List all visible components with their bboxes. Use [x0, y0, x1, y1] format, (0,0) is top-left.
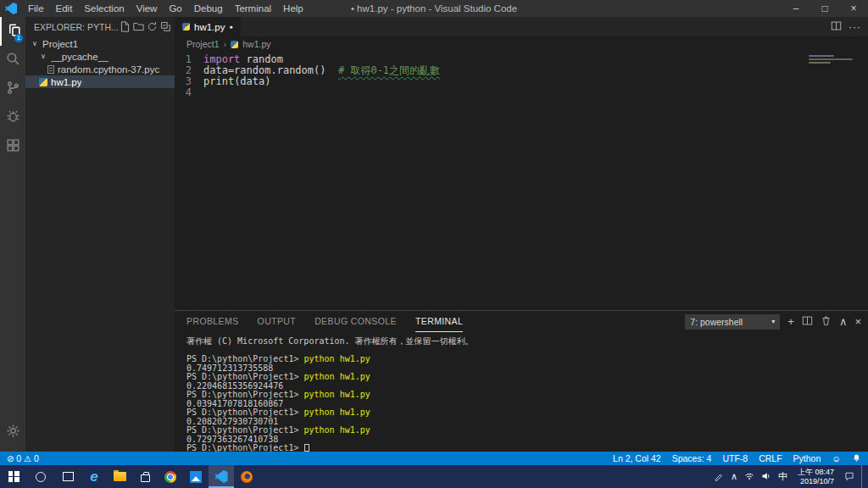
status-eol[interactable]: CRLF	[759, 453, 782, 463]
menu-file[interactable]: File	[22, 0, 50, 17]
task-view-button[interactable]	[54, 465, 81, 488]
vscode-taskbar-button[interactable]	[209, 465, 234, 488]
terminal-line: PS D:\python\Project1> python hw1.py	[186, 355, 868, 364]
close-panel-icon[interactable]: ×	[854, 316, 861, 327]
collapse-all-icon[interactable]	[160, 21, 171, 34]
panel-tab-debug-console[interactable]: DEBUG CONSOLE	[314, 312, 397, 332]
status-cursor-position[interactable]: Ln 2, Col 42	[613, 453, 661, 463]
more-actions-icon[interactable]: ···	[849, 21, 861, 33]
tree-item-hw1-py[interactable]: hw1.py	[25, 75, 175, 88]
pen-icon[interactable]	[714, 469, 724, 485]
chevron-right-icon: ›	[224, 39, 227, 49]
menu-selection[interactable]: Selection	[78, 0, 130, 17]
ime-indicator[interactable]: 中	[778, 470, 787, 483]
breadcrumb-file[interactable]: hw1.py	[242, 39, 270, 49]
firefox-icon	[241, 471, 253, 483]
show-desktop-button[interactable]	[861, 465, 865, 488]
new-terminal-icon[interactable]: +	[787, 316, 794, 327]
firefox-taskbar-button[interactable]	[234, 465, 259, 488]
menu-terminal[interactable]: Terminal	[229, 0, 277, 17]
menu-go[interactable]: Go	[163, 0, 187, 17]
source-control-activity-button[interactable]	[0, 75, 25, 103]
file-explorer-icon	[114, 472, 126, 481]
extensions-icon	[5, 137, 21, 157]
explorer-title: EXPLORER: PYTH...	[34, 22, 119, 32]
code-editor[interactable]: 1import random2data=random.random() # 取得…	[175, 52, 868, 310]
vscode-logo-icon	[5, 3, 17, 14]
search-activity-button[interactable]	[0, 46, 25, 75]
explorer-sidebar: EXPLORER: PYTH... ∨Project1∨__pycache__r…	[25, 17, 175, 452]
activity-bar: 1	[0, 17, 25, 452]
source-control-icon	[5, 80, 21, 99]
breadcrumb: Project1 › hw1.py	[175, 36, 868, 52]
chrome-taskbar-button[interactable]	[158, 465, 183, 488]
status-indentation[interactable]: Spaces: 4	[672, 453, 712, 463]
panel-tab-problems[interactable]: PROBLEMS	[186, 312, 239, 332]
volume-icon[interactable]	[761, 469, 771, 485]
kill-terminal-icon[interactable]	[821, 314, 832, 330]
system-tray: ∧ 中 上午 08:47 2019/10/7	[714, 465, 868, 488]
tree-item-label: random.cpython-37.pyc	[58, 64, 159, 75]
taskbar-clock[interactable]: 上午 08:47 2019/10/7	[794, 468, 837, 485]
start-button[interactable]	[0, 465, 27, 488]
error-icon: ⊘	[7, 454, 14, 463]
status-encoding[interactable]: UTF-8	[722, 453, 748, 463]
status-language-mode[interactable]: Python	[793, 453, 821, 463]
extensions-activity-button[interactable]	[0, 132, 25, 161]
menu-view[interactable]: View	[131, 0, 164, 17]
close-button[interactable]: ×	[839, 0, 868, 17]
menu-help[interactable]: Help	[277, 0, 309, 17]
tab-hw1-py[interactable]: hw1.py ●	[175, 17, 241, 36]
photos-taskbar-button[interactable]	[183, 465, 209, 488]
menu-debug[interactable]: Debug	[188, 0, 229, 17]
minimap[interactable]	[809, 55, 856, 65]
photos-icon	[190, 471, 202, 483]
feedback-smiley-icon[interactable]: ☺	[832, 453, 841, 463]
panel-tabs: PROBLEMSOUTPUTDEBUG CONSOLETERMINAL	[186, 312, 463, 332]
tree-item--pycache-[interactable]: ∨__pycache__	[25, 50, 175, 63]
terminal-line: PS D:\python\Project1> python hw1.py	[186, 408, 868, 418]
menu-bar: FileEditSelectionViewGoDebugTerminalHelp	[22, 0, 309, 17]
code-line: 4	[175, 87, 868, 98]
new-file-icon[interactable]	[120, 21, 131, 34]
hidden-icons-chevron-icon[interactable]: ∧	[731, 471, 737, 482]
line-number: 4	[175, 87, 203, 98]
taskbar-search-button[interactable]	[27, 465, 54, 488]
split-editor-icon[interactable]	[831, 19, 842, 35]
network-icon[interactable]	[744, 469, 754, 485]
notifications-bell-icon[interactable]	[852, 453, 861, 464]
breadcrumb-project[interactable]: Project1	[186, 39, 220, 49]
new-folder-icon[interactable]	[133, 21, 144, 34]
tree-item-project1[interactable]: ∨Project1	[25, 37, 175, 50]
terminal-shell-select[interactable]: 7: powershell ▾	[685, 314, 780, 330]
problems-indicator[interactable]: ⊘ 0 ⚠ 0	[7, 453, 39, 463]
file-icon	[47, 65, 54, 74]
terminal-line: 著作權 (C) Microsoft Corporation. 著作權所有，並保留…	[186, 337, 868, 347]
split-terminal-icon[interactable]	[802, 314, 813, 330]
maximize-panel-icon[interactable]: ∧	[839, 316, 848, 327]
clock-time: 上午 08:47	[798, 468, 834, 477]
panel-tab-terminal[interactable]: TERMINAL	[415, 312, 463, 332]
panel-tab-output[interactable]: OUTPUT	[258, 312, 297, 332]
store-taskbar-button[interactable]	[132, 465, 158, 488]
tree-item-label: Project1	[42, 39, 78, 49]
windows-logo-icon	[8, 471, 19, 482]
settings-button[interactable]	[0, 418, 25, 446]
maximize-button[interactable]: □	[810, 0, 839, 17]
action-center-icon[interactable]	[844, 469, 854, 485]
tree-item-random-cpython-37-pyc[interactable]: random.cpython-37.pyc	[25, 63, 175, 75]
menu-edit[interactable]: Edit	[50, 0, 79, 17]
minimize-button[interactable]: –	[782, 0, 810, 17]
store-icon	[141, 474, 150, 482]
python-file-icon	[39, 78, 47, 86]
status-bar: ⊘ 0 ⚠ 0 Ln 2, Col 42Spaces: 4UTF-8CRLFPy…	[0, 452, 868, 465]
terminal-line: PS D:\python\Project1>	[186, 444, 868, 452]
explorer-activity-button[interactable]: 1	[0, 17, 25, 46]
edge-taskbar-button[interactable]: e	[81, 465, 107, 488]
debug-activity-button[interactable]	[0, 103, 25, 132]
chevron-down-icon: ▾	[771, 318, 775, 325]
terminal-line: PS D:\python\Project1> python hw1.py	[186, 391, 868, 400]
file-explorer-taskbar-button[interactable]	[107, 465, 132, 488]
terminal-output[interactable]: 著作權 (C) Microsoft Corporation. 著作權所有，並保留…	[175, 332, 868, 452]
refresh-icon[interactable]	[147, 21, 158, 34]
